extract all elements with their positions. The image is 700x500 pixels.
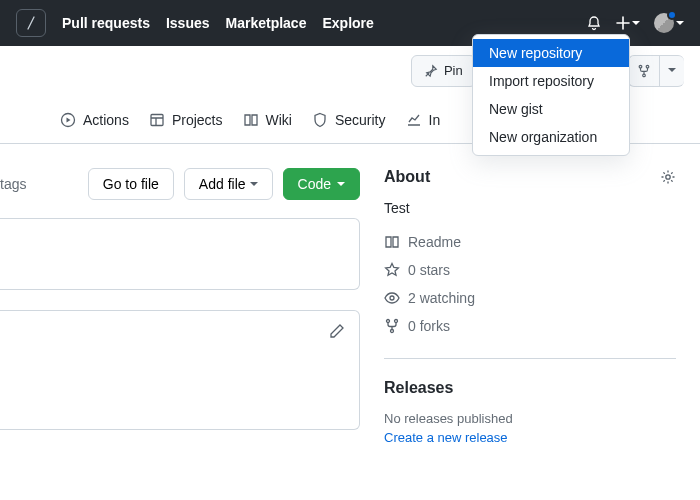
file-list-card — [0, 218, 360, 290]
command-palette-button[interactable] — [16, 9, 46, 37]
menu-new-repository[interactable]: New repository — [473, 39, 629, 67]
table-icon — [149, 112, 165, 128]
svg-rect-5 — [151, 114, 163, 125]
create-new-dropdown: New repository Import repository New gis… — [472, 34, 630, 156]
divider — [384, 358, 676, 359]
user-menu-button[interactable] — [654, 13, 684, 33]
readme-label: Readme — [408, 234, 461, 250]
forks-label: 0 forks — [408, 318, 450, 334]
tab-wiki-label: Wiki — [266, 112, 292, 128]
add-file-label: Add file — [199, 176, 246, 192]
play-icon — [60, 112, 76, 128]
book-icon — [384, 234, 400, 250]
about-heading: About — [384, 168, 430, 186]
releases-none: No releases published — [384, 411, 676, 426]
about-meta: Readme 0 stars 2 watching 0 forks — [384, 234, 676, 334]
star-icon — [384, 262, 400, 278]
edit-readme-button[interactable] — [329, 323, 345, 339]
sidebar: About Test Readme 0 stars 2 watching 0 — [384, 168, 684, 445]
tab-security-label: Security — [335, 112, 386, 128]
fork-split-button — [628, 55, 684, 87]
main-area: tags Go to file Add file Code About — [0, 144, 700, 445]
caret-down-icon — [337, 182, 345, 187]
primary-nav: Pull requests Issues Marketplace Explore — [62, 15, 586, 31]
fork-icon — [637, 64, 651, 78]
tab-projects-label: Projects — [172, 112, 223, 128]
create-new-button[interactable] — [616, 16, 640, 30]
menu-import-repository[interactable]: Import repository — [473, 67, 629, 95]
svg-point-2 — [646, 65, 649, 68]
pin-icon — [424, 64, 438, 78]
pin-label: Pin — [444, 63, 463, 78]
shield-icon — [312, 112, 328, 128]
book-icon — [243, 112, 259, 128]
status-dot-icon — [667, 10, 677, 20]
menu-new-organization[interactable]: New organization — [473, 123, 629, 151]
bell-icon — [586, 15, 602, 31]
svg-point-9 — [395, 320, 398, 323]
svg-point-10 — [391, 330, 394, 333]
tab-wiki[interactable]: Wiki — [243, 112, 292, 128]
tab-actions[interactable]: Actions — [60, 112, 129, 128]
fork-icon — [384, 318, 400, 334]
code-label: Code — [298, 176, 331, 192]
watching-link[interactable]: 2 watching — [384, 290, 676, 306]
tags-label[interactable]: tags — [0, 176, 26, 192]
pin-button[interactable]: Pin — [411, 55, 476, 87]
forks-link[interactable]: 0 forks — [384, 318, 676, 334]
nav-pull-requests[interactable]: Pull requests — [62, 15, 150, 31]
menu-new-gist[interactable]: New gist — [473, 95, 629, 123]
readme-card — [0, 310, 360, 430]
slash-icon — [25, 16, 37, 30]
svg-point-1 — [639, 65, 642, 68]
fork-button[interactable] — [628, 55, 659, 87]
plus-icon — [616, 16, 630, 30]
gear-icon — [660, 169, 676, 185]
graph-icon — [406, 112, 422, 128]
avatar — [654, 13, 674, 33]
add-file-button[interactable]: Add file — [184, 168, 273, 200]
svg-point-6 — [666, 175, 670, 179]
fork-more-button[interactable] — [659, 55, 684, 87]
tab-insights-label: In — [429, 112, 441, 128]
about-description: Test — [384, 200, 676, 216]
tab-security[interactable]: Security — [312, 112, 386, 128]
svg-point-8 — [387, 320, 390, 323]
nav-issues[interactable]: Issues — [166, 15, 210, 31]
tab-actions-label: Actions — [83, 112, 129, 128]
svg-point-3 — [643, 74, 646, 77]
nav-explore[interactable]: Explore — [322, 15, 373, 31]
about-settings-button[interactable] — [660, 169, 676, 185]
eye-icon — [384, 290, 400, 306]
caret-down-icon — [250, 182, 258, 187]
tab-projects[interactable]: Projects — [149, 112, 223, 128]
code-button[interactable]: Code — [283, 168, 360, 200]
create-release-link[interactable]: Create a new release — [384, 430, 676, 445]
notifications-button[interactable] — [586, 15, 602, 31]
top-right — [586, 13, 684, 33]
watching-label: 2 watching — [408, 290, 475, 306]
releases-heading: Releases — [384, 379, 676, 397]
file-bar: tags Go to file Add file Code — [0, 168, 360, 200]
about-header: About — [384, 168, 676, 186]
go-to-file-button[interactable]: Go to file — [88, 168, 174, 200]
nav-marketplace[interactable]: Marketplace — [226, 15, 307, 31]
svg-point-7 — [390, 296, 394, 300]
readme-link[interactable]: Readme — [384, 234, 676, 250]
caret-down-icon — [668, 68, 676, 73]
stars-link[interactable]: 0 stars — [384, 262, 676, 278]
caret-down-icon — [676, 21, 684, 26]
caret-down-icon — [632, 21, 640, 26]
tab-insights[interactable]: In — [406, 112, 441, 128]
left-column: tags Go to file Add file Code — [0, 168, 384, 445]
stars-label: 0 stars — [408, 262, 450, 278]
pencil-icon — [329, 323, 345, 339]
